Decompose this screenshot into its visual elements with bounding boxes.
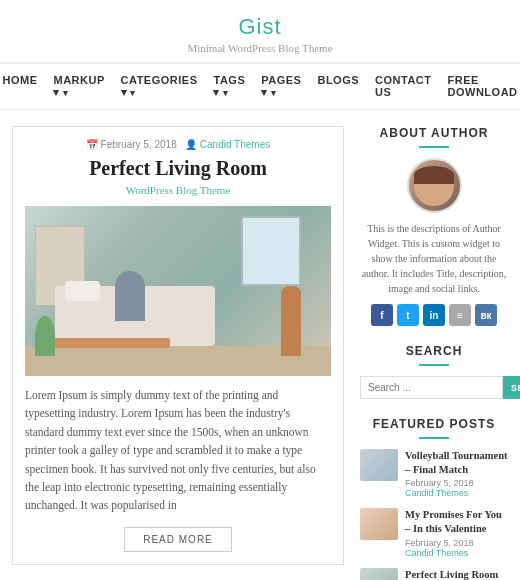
about-author-heading: ABOUT AUTHOR bbox=[360, 126, 508, 140]
search-divider bbox=[419, 364, 449, 366]
post-meta-1: 📅 February 5, 2018 👤 Candid Themes bbox=[25, 139, 331, 150]
featured-meta-1: February 5, 2018 Candid Themes bbox=[405, 478, 508, 498]
read-more-button[interactable]: READ MORE bbox=[124, 527, 232, 552]
author-description: This is the descriptions of Author Widge… bbox=[360, 221, 508, 296]
site-header: Gist Minimal WordPress Blog Theme bbox=[0, 0, 520, 63]
featured-thumb-1 bbox=[360, 449, 398, 481]
decor-plant bbox=[35, 316, 55, 356]
nav-pages[interactable]: PAGES ▾ bbox=[253, 64, 309, 109]
featured-info-3: Perfect Living Room February 5, 2018 Can… bbox=[405, 568, 508, 580]
featured-title-1[interactable]: Volleyball Tournament – Final Match bbox=[405, 449, 508, 476]
nav-markup[interactable]: MARKUP ▾ bbox=[45, 64, 112, 109]
decor-window bbox=[241, 216, 301, 286]
search-box: SEARCH bbox=[360, 376, 508, 399]
vk-icon[interactable]: вк bbox=[475, 304, 497, 326]
main-content: 📅 February 5, 2018 👤 Candid Themes Perfe… bbox=[12, 126, 344, 580]
facebook-icon[interactable]: f bbox=[371, 304, 393, 326]
featured-post-2: My Promises For You – In this Valentine … bbox=[360, 508, 508, 557]
site-title: Gist bbox=[0, 14, 520, 40]
post-image-1 bbox=[25, 206, 331, 376]
nav-blogs[interactable]: BLOGS bbox=[309, 64, 367, 109]
post-title-1: Perfect Living Room bbox=[25, 156, 331, 180]
featured-thumb-2 bbox=[360, 508, 398, 540]
featured-info-1: Volleyball Tournament – Final Match Febr… bbox=[405, 449, 508, 498]
rss-icon[interactable]: ≡ bbox=[449, 304, 471, 326]
nav-home[interactable]: HOME bbox=[0, 64, 45, 109]
nav-download[interactable]: FREE DOWNLOAD bbox=[440, 64, 520, 109]
sidebar: ABOUT AUTHOR This is the descriptions of… bbox=[360, 126, 508, 580]
featured-title-3[interactable]: Perfect Living Room bbox=[405, 568, 508, 580]
decor-figure bbox=[115, 271, 145, 321]
featured-title-2[interactable]: My Promises For You – In this Valentine bbox=[405, 508, 508, 535]
nav-tags[interactable]: TAGS ▾ bbox=[205, 64, 253, 109]
twitter-icon[interactable]: t bbox=[397, 304, 419, 326]
featured-post-1: Volleyball Tournament – Final Match Febr… bbox=[360, 449, 508, 498]
featured-info-2: My Promises For You – In this Valentine … bbox=[405, 508, 508, 557]
featured-post-3: Perfect Living Room February 5, 2018 Can… bbox=[360, 568, 508, 580]
post-excerpt-1: Lorem Ipsum is simply dummy text of the … bbox=[25, 386, 331, 515]
featured-divider bbox=[419, 437, 449, 439]
search-heading: SEARCH bbox=[360, 344, 508, 358]
author-avatar bbox=[407, 158, 462, 213]
site-tagline: Minimal WordPress Blog Theme bbox=[0, 42, 520, 54]
nav-contact[interactable]: CONTACT US bbox=[367, 64, 439, 109]
decor-rug bbox=[50, 338, 170, 348]
featured-meta-2: February 5, 2018 Candid Themes bbox=[405, 538, 508, 558]
about-author-widget: ABOUT AUTHOR This is the descriptions of… bbox=[360, 126, 508, 326]
decor-pillow bbox=[65, 281, 100, 301]
search-button[interactable]: SEARCH bbox=[503, 376, 520, 399]
search-widget: SEARCH SEARCH bbox=[360, 344, 508, 399]
linkedin-icon[interactable]: in bbox=[423, 304, 445, 326]
post-card-1: 📅 February 5, 2018 👤 Candid Themes Perfe… bbox=[12, 126, 344, 565]
page-layout: 📅 February 5, 2018 👤 Candid Themes Perfe… bbox=[0, 110, 520, 580]
decor-guitar bbox=[281, 286, 301, 356]
main-nav: HOME MARKUP ▾ CATEGORIES ▾ TAGS ▾ PAGES … bbox=[0, 63, 520, 110]
featured-thumb-3 bbox=[360, 568, 398, 580]
social-icons-group: f t in ≡ вк bbox=[360, 304, 508, 326]
nav-categories[interactable]: CATEGORIES ▾ bbox=[113, 64, 206, 109]
search-input[interactable] bbox=[360, 376, 503, 399]
featured-posts-widget: FEATURED POSTS Volleyball Tournament – F… bbox=[360, 417, 508, 580]
read-more-wrap: READ MORE bbox=[25, 527, 331, 552]
featured-posts-heading: FEATURED POSTS bbox=[360, 417, 508, 431]
post-subtitle-1: WordPress Blog Theme bbox=[25, 184, 331, 196]
about-divider bbox=[419, 146, 449, 148]
